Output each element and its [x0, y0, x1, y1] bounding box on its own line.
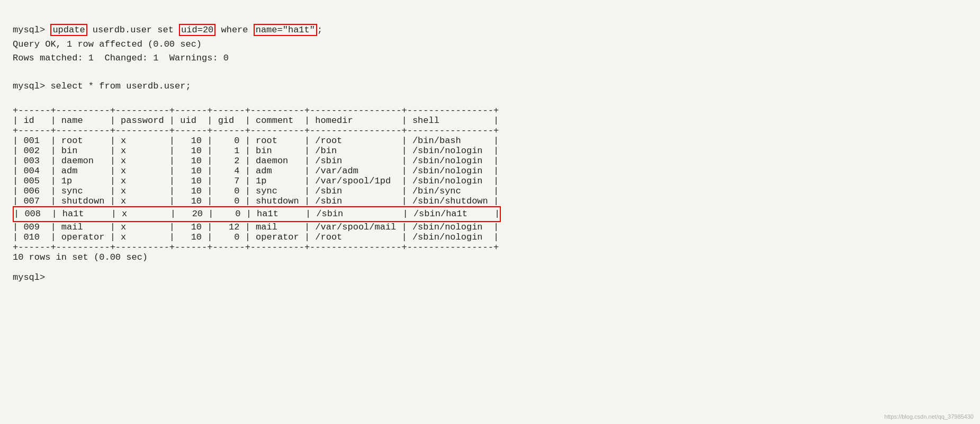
watermark: https://blog.csdn.net/qq_37985430 [884, 413, 974, 420]
query-ok-line: Query OK, 1 row affected (0.00 sec) [13, 39, 202, 49]
last-prompt: mysql> [13, 272, 45, 282]
footer-text: 10 rows in set (0.00 sec) [13, 252, 148, 262]
table-output: +------+----------+----------+------+---… [13, 95, 967, 282]
prompt-2: mysql> [13, 81, 50, 91]
mid-text-2: where [215, 25, 253, 35]
prompt-1: mysql> [13, 25, 50, 35]
table-header: | id | name | password | uid | gid | com… [13, 116, 499, 126]
separator-header: +------+----------+----------+------+---… [13, 126, 499, 136]
row-010: | 010 | operator | x | 10 | 0 | operator… [13, 232, 499, 242]
row-005: | 005 | 1p | x | 10 | 7 | 1p | /var/spoo… [13, 176, 499, 186]
row-008: | 008 | ha1t | x | 20 | 0 | ha1t | /sbin… [13, 209, 501, 219]
terminal-output: mysql> update userdb.user set uid=20 whe… [13, 10, 967, 93]
row-008-highlight: | 008 | ha1t | x | 20 | 0 | ha1t | /sbin… [13, 206, 501, 222]
keyword-name: name="ha1t" [254, 24, 317, 36]
rows-matched-line: Rows matched: 1 Changed: 1 Warnings: 0 [13, 53, 229, 63]
row-002: | 002 | bin | x | 10 | 1 | bin | /bin | … [13, 146, 499, 156]
separator-top: +------+----------+----------+------+---… [13, 105, 499, 116]
row-009: | 009 | mail | x | 10 | 12 | mail | /var… [13, 222, 499, 232]
row-001: | 001 | root | x | 10 | 0 | root | /root… [13, 136, 499, 146]
keyword-uid: uid=20 [179, 24, 215, 36]
row-004: | 004 | adm | x | 10 | 4 | adm | /var/ad… [13, 166, 499, 176]
separator-bottom: +------+----------+----------+------+---… [13, 242, 499, 252]
line1-end: ; [317, 25, 322, 35]
row-006: | 006 | sync | x | 10 | 0 | sync | /sbin… [13, 186, 499, 196]
select-cmd: select * from userdb.user; [50, 81, 191, 91]
row-007: | 007 | shutdown | x | 10 | 0 | shutdown… [13, 196, 499, 206]
mid-text-1: userdb.user set [87, 25, 179, 35]
row-003: | 003 | daemon | x | 10 | 2 | daemon | /… [13, 156, 499, 166]
keyword-update: update [50, 24, 87, 36]
